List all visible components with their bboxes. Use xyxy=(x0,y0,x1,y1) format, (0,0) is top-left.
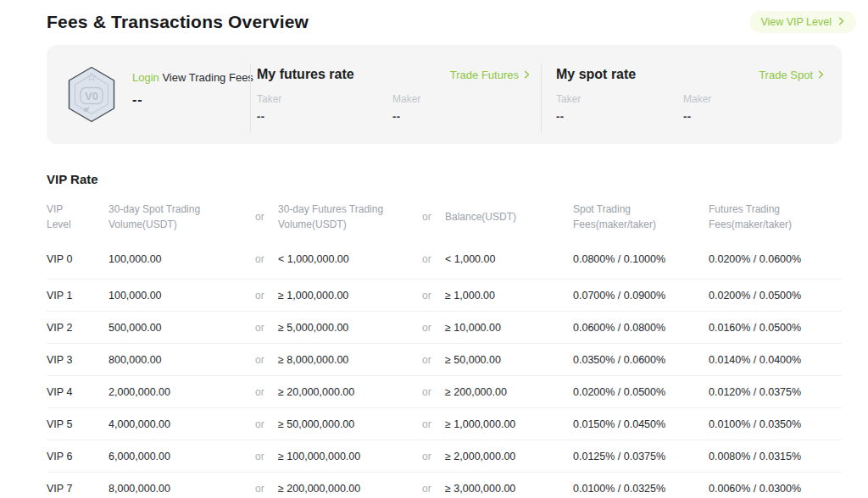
spot-maker-value: -- xyxy=(683,110,810,123)
cell-or: or xyxy=(255,322,278,334)
cell-balance: ≥ 1,000,000.00 xyxy=(445,418,573,430)
trade-futures-label: Trade Futures xyxy=(450,69,519,81)
cell-spot-volume: 8,000,000.00 xyxy=(108,483,255,495)
futures-maker-block: Maker -- xyxy=(392,93,528,123)
cell-balance: ≥ 10,000.00 xyxy=(445,322,573,334)
table-row: VIP 2 500,000.00 or ≥ 5,000,000.00 or ≥ … xyxy=(47,312,842,344)
cell-balance: ≥ 3,000,000.00 xyxy=(445,483,573,495)
futures-taker-block: Taker -- xyxy=(257,93,392,123)
current-fee-placeholder: -- xyxy=(132,92,253,108)
header-futures-fees: Futures Trading Fees(maker/taker) xyxy=(709,202,842,232)
cell-or: or xyxy=(422,451,445,462)
cell-vip-level: VIP 4 xyxy=(47,386,108,398)
futures-taker-value: -- xyxy=(257,110,392,123)
chevron-right-icon xyxy=(837,16,845,28)
cell-vip-level: VIP 2 xyxy=(47,322,108,334)
cell-vip-level: VIP 3 xyxy=(47,354,108,366)
cell-or: or xyxy=(255,386,278,398)
cell-futures-fees: 0.0200% / 0.0600% xyxy=(709,253,842,265)
table-row: VIP 0 100,000.00 or < 1,000,000.00 or < … xyxy=(47,240,842,279)
login-prompt: Login View Trading Fees xyxy=(132,71,253,84)
spot-rate-section: My spot rate Trade Spot Taker -- Maker -… xyxy=(542,45,842,144)
cell-spot-volume: 2,000,000.00 xyxy=(108,386,255,398)
chevron-right-icon xyxy=(523,69,531,81)
spot-taker-value: -- xyxy=(556,110,683,123)
header-spot-volume: 30-day Spot Trading Volume(USDT) xyxy=(108,202,255,232)
spot-rate-title: My spot rate xyxy=(556,67,636,82)
cell-futures-volume: ≥ 200,000,000.00 xyxy=(278,483,422,495)
cell-or: or xyxy=(422,386,445,398)
trade-spot-label: Trade Spot xyxy=(759,69,813,81)
cell-or: or xyxy=(255,290,278,302)
cell-vip-level: VIP 5 xyxy=(47,418,108,430)
cell-balance: ≥ 50,000.00 xyxy=(445,354,573,366)
cell-spot-volume: 100,000.00 xyxy=(108,290,255,302)
cell-futures-fees: 0.0060% / 0.0300% xyxy=(709,483,842,495)
cell-or: or xyxy=(422,322,445,334)
cell-spot-fees: 0.0600% / 0.0800% xyxy=(573,322,709,334)
header-vip-level: VIP Level xyxy=(47,202,108,232)
cell-futures-volume: ≥ 1,000,000.00 xyxy=(278,290,422,302)
cell-spot-volume: 800,000.00 xyxy=(108,354,255,366)
cell-futures-fees: 0.0080% / 0.0315% xyxy=(709,451,842,462)
cell-futures-fees: 0.0140% / 0.0400% xyxy=(709,354,842,366)
account-fee-panel: V0 Login View Trading Fees -- My futures… xyxy=(47,45,842,144)
vip-level-badge-icon: V0 xyxy=(66,66,117,144)
cell-or: or xyxy=(422,418,445,430)
cell-or: or xyxy=(422,253,445,265)
view-trading-fees-label: View Trading Fees xyxy=(162,71,253,84)
table-row: VIP 1 100,000.00 or ≥ 1,000,000.00 or ≥ … xyxy=(47,279,842,312)
vip-rate-table: VIP Level 30-day Spot Trading Volume(USD… xyxy=(47,195,842,498)
login-link[interactable]: Login xyxy=(132,71,159,84)
cell-futures-volume: < 1,000,000.00 xyxy=(278,253,422,265)
futures-rate-section: My futures rate Trade Futures Taker -- M… xyxy=(251,45,541,144)
badge-level-text: V0 xyxy=(85,90,98,102)
futures-taker-label: Taker xyxy=(257,93,392,105)
futures-rate-title: My futures rate xyxy=(257,67,354,82)
futures-maker-label: Maker xyxy=(392,93,528,105)
header-futures-volume: 30-day Futures Trading Volume(USDT) xyxy=(278,202,422,232)
cell-futures-fees: 0.0120% / 0.0375% xyxy=(709,386,842,398)
cell-spot-fees: 0.0800% / 0.1000% xyxy=(573,253,709,265)
cell-or: or xyxy=(422,290,445,302)
cell-spot-volume: 6,000,000.00 xyxy=(108,451,255,462)
header-balance: Balance(USDT) xyxy=(445,209,573,224)
cell-spot-volume: 100,000.00 xyxy=(108,253,255,265)
chevron-right-icon xyxy=(817,69,825,81)
table-row: VIP 4 2,000,000.00 or ≥ 20,000,000.00 or… xyxy=(47,376,842,408)
cell-futures-volume: ≥ 20,000,000.00 xyxy=(278,386,422,398)
cell-balance: ≥ 2,000,000.00 xyxy=(445,451,573,462)
cell-spot-fees: 0.0150% / 0.0450% xyxy=(573,418,709,430)
cell-spot-fees: 0.0125% / 0.0375% xyxy=(573,451,709,462)
view-vip-level-label: View VIP Level xyxy=(760,16,832,28)
table-row: VIP 5 4,000,000.00 or ≥ 50,000,000.00 or… xyxy=(47,408,842,440)
cell-futures-fees: 0.0100% / 0.0350% xyxy=(709,418,842,430)
table-row: VIP 7 8,000,000.00 or ≥ 200,000,000.00 o… xyxy=(47,473,842,498)
cell-balance: < 1,000.00 xyxy=(445,253,573,265)
cell-futures-volume: ≥ 100,000,000.00 xyxy=(278,451,422,462)
header-spot-fees: Spot Trading Fees(maker/taker) xyxy=(573,202,709,232)
cell-or: or xyxy=(422,483,445,495)
cell-spot-fees: 0.0350% / 0.0600% xyxy=(573,354,709,366)
spot-maker-block: Maker -- xyxy=(683,93,810,123)
cell-or: or xyxy=(255,483,278,495)
cell-futures-volume: ≥ 8,000,000.00 xyxy=(278,354,422,366)
cell-futures-fees: 0.0200% / 0.0500% xyxy=(709,290,842,302)
page-header: Fees & Transactions Overview View VIP Le… xyxy=(47,10,856,34)
trade-futures-link[interactable]: Trade Futures xyxy=(450,69,531,81)
view-vip-level-button[interactable]: View VIP Level xyxy=(749,11,856,33)
trade-spot-link[interactable]: Trade Spot xyxy=(759,69,825,81)
cell-futures-volume: ≥ 50,000,000.00 xyxy=(278,418,422,430)
table-row: VIP 6 6,000,000.00 or ≥ 100,000,000.00 o… xyxy=(47,440,842,473)
cell-balance: ≥ 1,000.00 xyxy=(445,290,573,302)
header-or: or xyxy=(255,209,278,224)
table-row: VIP 3 800,000.00 or ≥ 8,000,000.00 or ≥ … xyxy=(47,344,842,376)
spot-taker-block: Taker -- xyxy=(556,93,683,123)
cell-vip-level: VIP 0 xyxy=(47,253,108,265)
cell-or: or xyxy=(422,354,445,366)
header-or: or xyxy=(422,209,445,224)
cell-spot-volume: 4,000,000.00 xyxy=(108,418,255,430)
cell-spot-fees: 0.0100% / 0.0325% xyxy=(573,483,709,495)
cell-or: or xyxy=(255,451,278,462)
cell-spot-fees: 0.0700% / 0.0900% xyxy=(573,290,709,302)
